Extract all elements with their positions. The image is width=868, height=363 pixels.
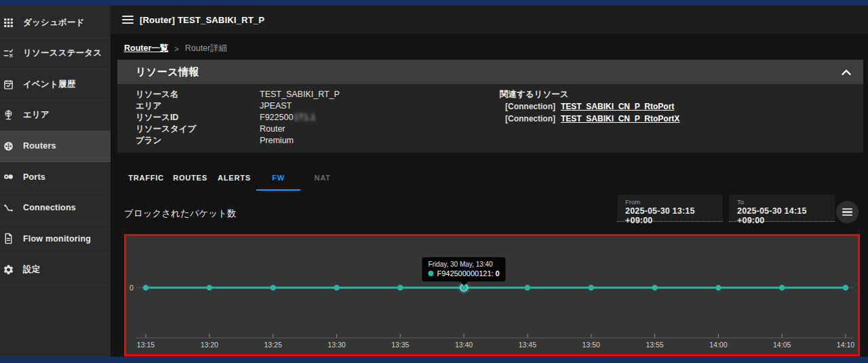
related-resource-link[interactable]: TEST_SABIKI_CN_P_RtoPort <box>561 102 674 111</box>
breadcrumb-separator: > <box>174 45 178 53</box>
field-value: TEST_SABIKI_RT_P <box>260 89 340 100</box>
sidebar-item-resource-status[interactable]: リソースステータス <box>0 39 111 70</box>
sidebar-item-event-history[interactable]: イベント履歴 <box>0 69 111 100</box>
related-resource-row: [Connection]TEST_SABIKI_CN_P_RtoPortX <box>500 114 679 124</box>
svg-text:13:40: 13:40 <box>455 341 473 349</box>
svg-text:13:20: 13:20 <box>201 341 218 349</box>
chart-context-menu-icon[interactable] <box>836 201 859 223</box>
related-resources-title: 関連するリソース <box>500 89 679 100</box>
related-resources: 関連するリソース [Connection]TEST_SABIKI_CN_P_Rt… <box>500 89 679 124</box>
appbar: [Router] TEST_SABIKI_RT_P <box>111 5 868 34</box>
related-resource-type: [Connection] <box>505 114 555 123</box>
related-resources-list: [Connection]TEST_SABIKI_CN_P_RtoPort[Con… <box>500 102 679 124</box>
to-value: 2025-05-30 14:15 +09:00 <box>737 206 835 225</box>
chart-plot: 13:1513:2013:2513:3013:3513:4013:4513:50… <box>126 236 858 354</box>
svg-text:14:00: 14:00 <box>709 341 727 349</box>
from-label: From <box>625 198 723 206</box>
sidebar-item-area[interactable]: エリア <box>0 100 111 132</box>
svg-text:0: 0 <box>130 284 134 292</box>
from-value: 2025-05-30 13:15 +09:00 <box>625 206 723 225</box>
hamburger-icon[interactable] <box>122 16 134 24</box>
window-accent-bottom <box>0 357 868 363</box>
svg-text:13:45: 13:45 <box>519 341 536 349</box>
routers-icon <box>0 140 23 152</box>
breadcrumb: Router一覧 > Router詳細 <box>124 43 227 54</box>
flow-monitoring-icon <box>0 233 23 244</box>
settings-icon <box>0 264 23 275</box>
sidebar-item-label: リソースステータス <box>23 47 102 59</box>
sidebar-item-label: Connections <box>23 203 76 212</box>
sidebar-nav: ダッシュボードリソースステータスイベント履歴エリアRoutersPortsCon… <box>0 7 111 286</box>
resource-info-title: リソース情報 <box>136 66 839 79</box>
sidebar-item-ports[interactable]: Ports <box>0 162 111 193</box>
sidebar-item-flow-monitoring[interactable]: Flow monitoring <box>0 224 111 255</box>
svg-text:14:10: 14:10 <box>837 341 854 349</box>
chart-title: ブロックされたパケット数 <box>124 208 236 220</box>
tab-nat[interactable]: NAT <box>300 168 344 191</box>
event-history-icon <box>0 79 23 90</box>
svg-text:13:50: 13:50 <box>583 341 600 349</box>
resource-status-icon <box>0 47 23 59</box>
blocked-packets-chart[interactable]: 13:1513:2013:2513:3013:3513:4013:4513:50… <box>124 234 860 356</box>
sidebar-item-label: Flow monitoring <box>23 234 91 244</box>
page-title: [Router] TEST_SABIKI_RT_P <box>140 15 264 25</box>
sidebar-item-settings[interactable]: 設定 <box>0 254 111 286</box>
related-resource-link[interactable]: TEST_SABIKI_CN_P_RtoPortX <box>561 114 679 123</box>
app-window: ダッシュボードリソースステータスイベント履歴エリアRoutersPortsCon… <box>0 0 868 363</box>
tab-alerts[interactable]: ALERTS <box>212 168 256 191</box>
sidebar-item-connections[interactable]: Connections <box>0 193 111 224</box>
sidebar-item-label: Routers <box>23 141 56 151</box>
tab-routes[interactable]: ROUTES <box>168 168 212 191</box>
related-resource-type: [Connection] <box>505 102 555 111</box>
svg-text:14:05: 14:05 <box>773 341 791 349</box>
field-label: リソース名 <box>136 89 260 100</box>
svg-text:13:55: 13:55 <box>646 341 663 349</box>
field-value: F9225001T1.1 <box>260 112 315 123</box>
area-icon <box>0 109 23 121</box>
to-date-field[interactable]: To 2025-05-30 14:15 +09:00 <box>729 195 835 222</box>
svg-text:13:15: 13:15 <box>137 341 155 349</box>
svg-text:13:35: 13:35 <box>391 341 409 349</box>
main-content: [Router] TEST_SABIKI_RT_P Router一覧 > Rou… <box>111 5 868 357</box>
resource-info-body: リソース名TEST_SABIKI_RT_PエリアJPEASTリソースIDF922… <box>117 84 863 153</box>
sidebar-item-label: ダッシュボード <box>23 17 85 28</box>
sidebar-item-label: Ports <box>23 172 45 182</box>
connections-icon <box>0 202 23 214</box>
svg-text:13:25: 13:25 <box>264 341 281 349</box>
ports-icon <box>0 171 23 183</box>
breadcrumb-current: Router詳細 <box>185 43 228 54</box>
chevron-up-icon[interactable] <box>839 64 854 79</box>
sidebar: ダッシュボードリソースステータスイベント履歴エリアRoutersPortsCon… <box>0 5 111 357</box>
sidebar-item-routers[interactable]: Routers <box>0 131 111 162</box>
field-value: JPEAST <box>260 100 292 112</box>
field-label: リソースタイプ <box>136 123 260 135</box>
sidebar-item-label: 設定 <box>23 264 40 275</box>
dashboard-icon <box>0 17 23 28</box>
sidebar-item-label: イベント履歴 <box>23 79 75 90</box>
field-label: リソースID <box>136 112 260 123</box>
field-value: Router <box>260 123 285 135</box>
resource-field-row: プランPremium <box>136 135 863 147</box>
related-resource-row: [Connection]TEST_SABIKI_CN_P_RtoPort <box>500 102 679 112</box>
to-label: To <box>737 198 835 206</box>
resource-info-panel: リソース情報 リソース名TEST_SABIKI_RT_PエリアJPEASTリソー… <box>117 60 863 153</box>
breadcrumb-link-router-list[interactable]: Router一覧 <box>124 43 168 54</box>
field-label: エリア <box>136 100 260 112</box>
sidebar-item-dashboard[interactable]: ダッシュボード <box>0 7 111 39</box>
redacted-text: 1T1.1 <box>294 113 315 122</box>
field-label: プラン <box>136 135 260 147</box>
window-accent-top <box>0 0 868 5</box>
resource-field-row: リソースタイプRouter <box>136 123 863 135</box>
tab-traffic[interactable]: TRAFFIC <box>124 168 168 191</box>
detail-tabs: TRAFFICROUTESALERTSFWNAT <box>124 168 344 191</box>
resource-info-header: リソース情報 <box>117 60 863 84</box>
tab-fw[interactable]: FW <box>256 168 300 191</box>
field-value: Premium <box>260 135 294 147</box>
svg-text:13:30: 13:30 <box>328 341 345 349</box>
from-date-field[interactable]: From 2025-05-30 13:15 +09:00 <box>617 195 723 222</box>
sidebar-item-label: エリア <box>23 109 50 121</box>
